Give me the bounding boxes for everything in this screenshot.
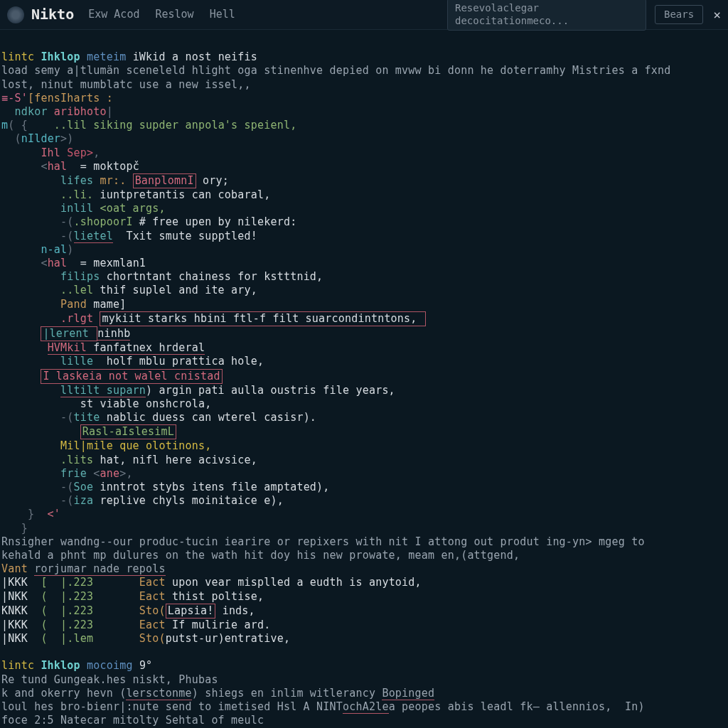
menu-item-2[interactable]: Hell [210, 8, 235, 21]
close-icon[interactable]: × [713, 6, 721, 23]
search-input[interactable]: Resevolaclegar decocitationmeco... [447, 0, 646, 31]
terminal-output: lintc Ihklop meteim iWkid a nost neifis … [0, 30, 728, 728]
app-logo-icon [7, 6, 24, 23]
menu-item-1[interactable]: Reslow [155, 8, 193, 21]
menu-item-0[interactable]: Exw Acod [88, 8, 139, 21]
bears-button[interactable]: Bears [655, 5, 703, 25]
app-name: Nikto [31, 6, 74, 24]
